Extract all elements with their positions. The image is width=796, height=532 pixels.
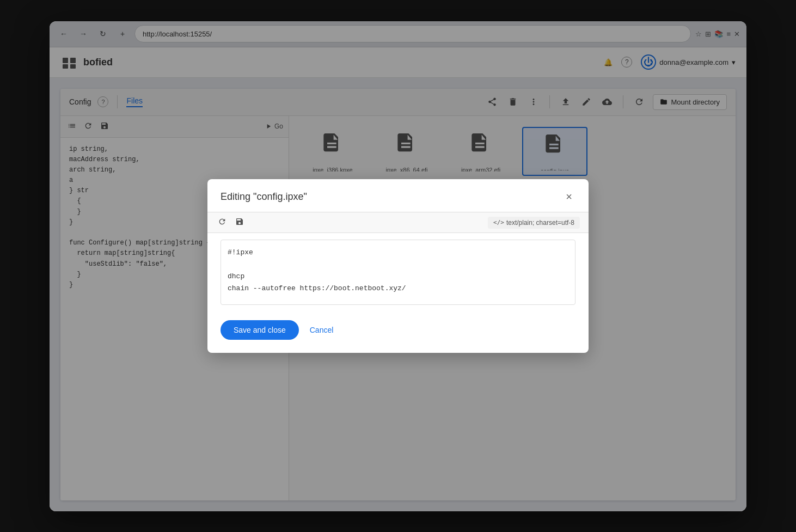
save-close-button[interactable]: Save and close — [221, 320, 299, 340]
cancel-button[interactable]: Cancel — [305, 320, 338, 340]
modal-refresh-icon[interactable] — [216, 216, 228, 229]
file-content-line: #!ipxe — [228, 247, 568, 259]
edit-file-modal: Editing "config.ipxe" × </> text/plain; … — [207, 179, 589, 353]
file-content-line: chain --autofree https://boot.netboot.xy… — [228, 283, 568, 295]
modal-header: Editing "config.ipxe" × — [207, 179, 589, 212]
modal-editor-toolbar: </> text/plain; charset=utf-8 — [207, 212, 589, 233]
content-type-icon: </> — [493, 219, 504, 226]
modal-footer: Save and close Cancel — [207, 311, 589, 353]
modal-title: Editing "config.ipxe" — [221, 191, 307, 203]
modal-editor-area[interactable]: #!ipxe dhcp chain --autofree https://boo… — [221, 240, 575, 305]
content-type-text: text/plain; charset=utf-8 — [506, 219, 574, 227]
file-content-line — [228, 259, 568, 271]
modal-overlay[interactable]: Editing "config.ipxe" × </> text/plain; … — [0, 0, 796, 532]
modal-save-icon[interactable] — [234, 216, 246, 229]
modal-close-button[interactable]: × — [562, 190, 575, 203]
file-content-line: dhcp — [228, 271, 568, 283]
modal-content-type: </> text/plain; charset=utf-8 — [488, 217, 580, 229]
